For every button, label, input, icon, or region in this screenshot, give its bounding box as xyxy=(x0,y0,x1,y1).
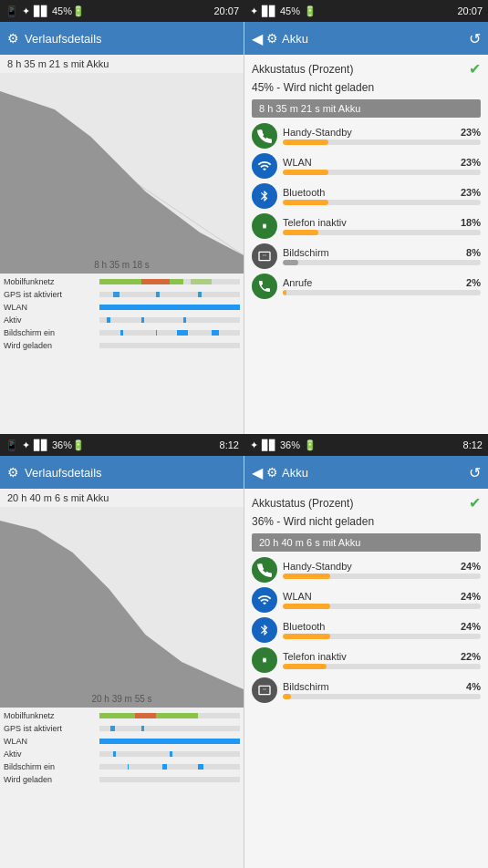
chart-area-2: 20 h 39 m 55 s xyxy=(0,507,244,708)
timeline-label-geladen-2: Wird geladen xyxy=(4,775,99,784)
wlan-icon-1 xyxy=(252,153,277,179)
wlan-icon-2 xyxy=(252,587,277,613)
wlan-pct-2: 24% xyxy=(461,591,481,602)
svg-marker-4 xyxy=(0,521,244,708)
right-panel-2: ◀ ⚙ Akku ↺ Akkustatus (Prozent) ✔ 36% - … xyxy=(244,456,488,868)
telefon-pct-1: 18% xyxy=(461,217,481,228)
phone-icon-1: 📱 xyxy=(5,5,18,17)
battery-r-1: 45% xyxy=(280,5,300,16)
status-bar-right-1: ✦ ▊▊ 45% 🔋 20:07 xyxy=(244,0,488,22)
telefon-pct-2: 22% xyxy=(461,651,481,662)
signal-r-icon-2: ▊▊ xyxy=(262,439,276,451)
timeline-label-gps-1: GPS ist aktiviert xyxy=(4,290,99,299)
chart-time-label-2: 20 h 39 m 55 s xyxy=(0,694,244,704)
bluetooth-name-1: Bluetooth xyxy=(283,187,325,198)
battery-r-2: 36% xyxy=(280,439,300,450)
timeline-row-mobilfunk-2: Mobilfunknetz xyxy=(4,709,240,721)
battery-chart-2 xyxy=(0,507,244,708)
akku-status-row-2: Akkustatus (Prozent) ✔ xyxy=(252,494,481,512)
timeline-row-aktiv-1: Aktiv xyxy=(4,314,240,326)
settings-icon-2: ⚙ xyxy=(7,465,19,480)
left-header-1: ⚙ Verlaufsdetails xyxy=(0,22,244,55)
timeline-row-gps-2: GPS ist aktiviert xyxy=(4,722,240,734)
refresh-icon-2[interactable]: ↺ xyxy=(469,464,481,481)
handy-name-row-2: Handy-Standby 24% xyxy=(283,561,481,572)
bluetooth-icon-1 xyxy=(252,183,277,209)
right-header-left-1: ◀ ⚙ Akku xyxy=(252,30,308,47)
status-bar-left-2: 📱 ✦ ▊▊ 36%🔋 8:12 xyxy=(0,434,244,456)
handy-pct-2: 24% xyxy=(461,561,481,572)
wlan-name-2: WLAN xyxy=(283,591,312,602)
akku-percent-1: 45% - Wird nicht geladen xyxy=(252,81,481,94)
wlan-pct-1: 23% xyxy=(461,157,481,168)
battery-r-icon-1: 🔋 xyxy=(304,5,317,17)
timeline-area-1: Mobilfunknetz GPS ist aktiviert WLAN xyxy=(0,274,244,354)
bildschirm-details-1: Bildschirm 8% xyxy=(283,247,481,265)
timeline-row-wlan-2: WLAN xyxy=(4,735,240,747)
bildschirm-details-2: Bildschirm 4% xyxy=(283,681,481,699)
settings-icon-1: ⚙ xyxy=(7,31,19,46)
bluetooth-r-icon-1: ✦ xyxy=(250,5,258,17)
akku-status-label-2: Akkustatus (Prozent) xyxy=(252,497,353,510)
usage-item-anrufe-1: Anrufe 2% xyxy=(252,274,481,299)
timeline-label-aktiv-1: Aktiv xyxy=(4,315,99,325)
telefon-name-1: Telefon inaktiv xyxy=(283,217,347,228)
telefon-bar-bg-2 xyxy=(283,664,481,669)
handy-bar-bg-1 xyxy=(283,140,481,145)
handy-details-1: Handy-Standby 23% xyxy=(283,127,481,145)
timeline-label-wlan-1: WLAN xyxy=(4,303,99,312)
bluetooth-pct-2: 24% xyxy=(461,621,481,632)
bildschirm-name-2: Bildschirm xyxy=(283,681,329,692)
battery-icon-1: 45%🔋 xyxy=(52,5,85,17)
bluetooth-bar-bg-1 xyxy=(283,200,481,205)
chart-area-1: 8 h 35 m 18 s xyxy=(0,73,244,274)
bluetooth-r-icon-2: ✦ xyxy=(250,439,258,451)
wlan-details-1: WLAN 23% xyxy=(283,157,481,175)
akku-percent-2: 36% - Wird nicht geladen xyxy=(252,515,481,528)
right-panel-1: ◀ ⚙ Akku ↺ Akkustatus (Prozent) ✔ 45% - … xyxy=(244,22,488,434)
timeline-bar-wlan-2 xyxy=(99,739,240,744)
wlan-bar-bg-2 xyxy=(283,604,481,609)
status-left-icons-2: 📱 ✦ ▊▊ 36%🔋 xyxy=(5,439,85,451)
left-header-2: ⚙ Verlaufsdetails xyxy=(0,456,244,489)
timeline-label-bildschirm-1: Bildschirm ein xyxy=(4,328,99,337)
timeline-bar-wlan-1 xyxy=(99,305,240,310)
usage-item-handy-2: Handy-Standby 24% xyxy=(252,557,481,583)
timeline-row-wlan-1: WLAN xyxy=(4,301,240,313)
anrufe-icon-1 xyxy=(252,274,277,299)
wlan-bar-fill-1 xyxy=(283,170,328,175)
bildschirm-name-1: Bildschirm xyxy=(283,247,329,258)
refresh-icon-1[interactable]: ↺ xyxy=(469,30,481,47)
time-1: 20:07 xyxy=(213,5,239,16)
status-bar-left-1: 📱 ✦ ▊▊ 45%🔋 20:07 xyxy=(0,0,244,22)
telefon-bar-fill-1 xyxy=(283,230,318,235)
wlan-name-row-2: WLAN 24% xyxy=(283,591,481,602)
bildschirm-icon-1 xyxy=(252,243,277,269)
timeline-row-bildschirm-1: Bildschirm ein xyxy=(4,326,240,338)
usage-item-bluetooth-2: Bluetooth 24% xyxy=(252,617,481,643)
time-r-2: 8:12 xyxy=(463,439,483,450)
telefon-bar-bg-1 xyxy=(283,230,481,235)
phone-icon-2: 📱 xyxy=(5,439,18,451)
telefon-bar-fill-2 xyxy=(283,664,327,669)
signal-r-icon-1: ▊▊ xyxy=(262,5,276,17)
bluetooth-name-2: Bluetooth xyxy=(283,621,325,632)
nav-arrow-2[interactable]: ◀ xyxy=(252,464,263,481)
chart-time-label-1: 8 h 35 m 18 s xyxy=(0,260,244,270)
bluetooth-pct-1: 23% xyxy=(461,187,481,198)
timeline-row-bildschirm-2: Bildschirm ein xyxy=(4,760,240,772)
telefon-name-row-1: Telefon inaktiv 18% xyxy=(283,217,481,228)
chart-title-1: 8 h 35 m 21 s mit Akku xyxy=(0,55,244,73)
bildschirm-pct-1: 8% xyxy=(466,247,481,258)
anrufe-name-1: Anrufe xyxy=(283,277,312,288)
telefon-name-2: Telefon inaktiv xyxy=(283,651,347,662)
settings-r-icon-1: ⚙ xyxy=(266,31,278,46)
timeline-row-mobilfunk-1: Mobilfunknetz xyxy=(4,275,240,287)
timeline-bar-bildschirm-2 xyxy=(99,764,240,770)
nav-arrow-1[interactable]: ◀ xyxy=(252,30,263,47)
usage-item-bluetooth-1: Bluetooth 23% xyxy=(252,183,481,209)
left-title-1: Verlaufsdetails xyxy=(25,32,102,46)
timeline-label-geladen-1: Wird geladen xyxy=(4,341,99,350)
bluetooth-icon-2 xyxy=(252,617,277,643)
bluetooth-bar-fill-2 xyxy=(283,634,330,639)
